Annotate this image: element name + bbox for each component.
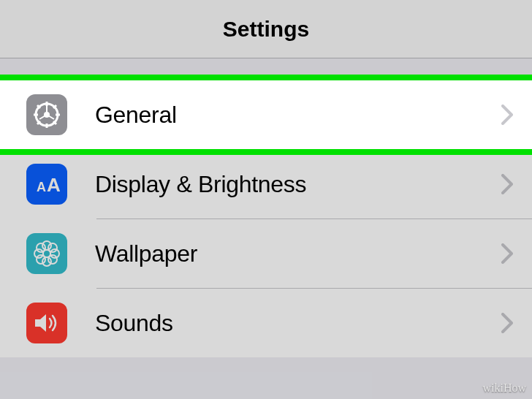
svg-text:A: A <box>37 180 46 194</box>
svg-point-20 <box>37 243 45 252</box>
row-label: Sounds <box>95 310 501 337</box>
text-size-icon: A A <box>26 164 67 205</box>
row-general[interactable]: General <box>0 80 532 149</box>
flower-icon <box>26 233 67 274</box>
chevron-right-icon <box>501 174 513 194</box>
svg-text:A: A <box>47 174 61 196</box>
speaker-icon <box>26 303 67 343</box>
chevron-right-icon <box>501 243 513 264</box>
row-label: Display & Brightness <box>95 171 501 198</box>
row-wallpaper[interactable]: Wallpaper <box>0 219 532 288</box>
chevron-right-icon <box>501 104 513 125</box>
watermark: wikiHow <box>482 381 526 395</box>
spacer <box>0 58 532 80</box>
svg-point-16 <box>42 241 51 250</box>
svg-point-18 <box>34 249 43 258</box>
svg-point-21 <box>48 243 57 252</box>
row-sounds[interactable]: Sounds <box>0 289 532 357</box>
gear-icon <box>26 94 67 135</box>
header: Settings <box>0 0 532 58</box>
row-display-brightness[interactable]: A A Display & Brightness <box>0 150 532 218</box>
settings-list: General A A Display & Brightness <box>0 80 532 357</box>
svg-point-23 <box>48 255 57 264</box>
row-label: General <box>95 102 501 129</box>
svg-point-19 <box>50 249 59 258</box>
svg-point-17 <box>42 257 51 266</box>
svg-point-22 <box>37 255 45 264</box>
chevron-right-icon <box>501 313 513 333</box>
row-label: Wallpaper <box>95 240 501 267</box>
page-title: Settings <box>223 17 309 42</box>
